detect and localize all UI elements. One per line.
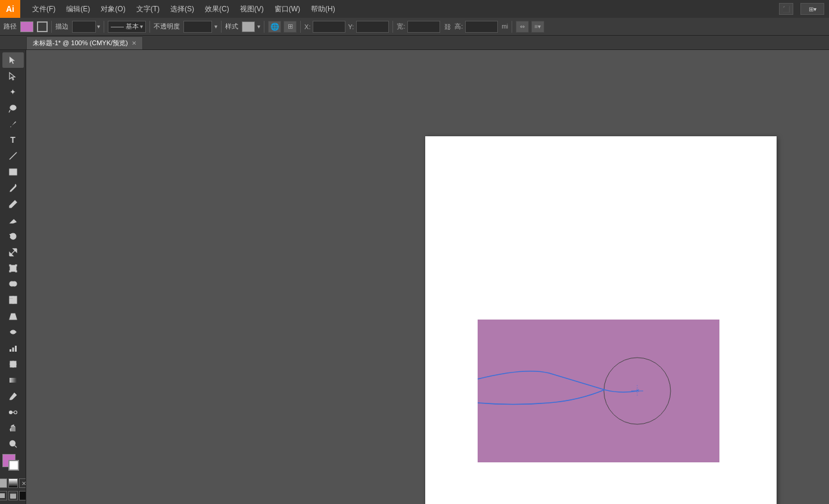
style-swatch[interactable] — [242, 21, 255, 32]
tool-eraser[interactable] — [2, 212, 24, 228]
title-bar: Ai 文件(F) 编辑(E) 对象(O) 文字(T) 选择(S) 效果(C) 视… — [0, 0, 829, 18]
menu-file[interactable]: 文件(F) — [27, 3, 60, 15]
left-toolbar: ✦ T — [0, 50, 26, 504]
path-label: 路径 — [4, 22, 17, 31]
menu-type[interactable]: 文字(T) — [132, 3, 164, 15]
stroke-label: 描边 — [55, 22, 68, 31]
globe-icon[interactable]: 🌐 — [268, 21, 281, 33]
stroke-swatch[interactable] — [37, 21, 48, 32]
tool-free-transform[interactable] — [2, 261, 24, 276]
h-input[interactable]: 87.136 — [465, 21, 498, 33]
doc-tab-close[interactable]: ✕ — [132, 40, 136, 46]
stroke-down-icon[interactable]: ▾ — [97, 23, 100, 30]
svg-rect-9 — [15, 265, 17, 266]
tool-pencil[interactable] — [2, 196, 24, 212]
tool-pen[interactable] — [2, 117, 24, 132]
svg-line-29 — [14, 446, 17, 448]
divider-7 — [392, 21, 393, 33]
tool-gradient[interactable] — [2, 372, 24, 388]
w-label: 宽: — [397, 22, 405, 31]
tool-zoom[interactable] — [2, 436, 24, 452]
tool-gradient-mesh[interactable] — [2, 356, 24, 372]
stroke-line-selector[interactable]: —— 基本 ▾ — [108, 21, 146, 33]
tool-hand[interactable] — [2, 420, 24, 436]
tool-magic-wand[interactable]: ✦ — [2, 84, 24, 100]
doc-tab-active[interactable]: 未标题-1* @ 100% (CMYK/预览) ✕ — [26, 36, 143, 49]
stroke-line-down-icon: ▾ — [140, 23, 143, 30]
y-input[interactable]: 149.754 — [356, 21, 389, 33]
transform-options-icon[interactable]: ⇔ — [516, 21, 529, 33]
tool-lasso[interactable] — [2, 101, 24, 116]
link-icon[interactable]: ⛓ — [442, 23, 452, 30]
fill-swatch[interactable] — [20, 21, 33, 32]
stroke-width-input[interactable] — [72, 21, 96, 33]
style-down-icon[interactable]: ▾ — [257, 23, 260, 30]
menu-select[interactable]: 选择(S) — [166, 3, 199, 15]
svg-line-6 — [11, 250, 15, 255]
menu-view[interactable]: 视图(V) — [235, 3, 269, 15]
svg-rect-24 — [10, 378, 17, 383]
svg-rect-19 — [12, 348, 14, 352]
divider-4 — [221, 21, 222, 33]
svg-marker-17 — [10, 314, 17, 320]
purple-rectangle: × — [478, 320, 719, 462]
tool-graph[interactable] — [2, 340, 24, 356]
opacity-input[interactable]: 100% — [183, 21, 212, 33]
divider-2 — [104, 21, 104, 33]
svg-rect-15 — [13, 296, 17, 303]
svg-rect-11 — [15, 271, 17, 272]
no-fill-btn[interactable]: ✕ — [19, 478, 27, 488]
tool-selection[interactable] — [2, 52, 24, 68]
tool-perspective[interactable] — [2, 308, 24, 324]
gradient-mode-btn[interactable] — [8, 478, 18, 488]
tool-blend[interactable] — [2, 405, 24, 420]
menu-window[interactable]: 窗口(W) — [270, 3, 305, 15]
more-options-icon[interactable]: ≡▾ — [531, 21, 544, 33]
color-mode-buttons: ✕ — [0, 478, 26, 488]
tool-paintbrush[interactable] — [2, 180, 24, 196]
tool-rectangle[interactable] — [2, 164, 24, 180]
workspace-icon[interactable]: ⬛ — [779, 3, 793, 15]
screen-mode-btn3[interactable] — [19, 491, 27, 500]
normal-mode-btn[interactable] — [0, 478, 7, 488]
tool-line[interactable] — [2, 148, 24, 164]
tool-type[interactable]: T — [2, 132, 24, 148]
tool-eyedropper[interactable] — [2, 389, 24, 404]
fill-stroke-colors[interactable] — [2, 454, 24, 475]
opacity-down-icon[interactable]: ▾ — [214, 23, 217, 30]
tool-warp[interactable] — [2, 324, 24, 340]
menu-effect[interactable]: 效果(C) — [200, 3, 234, 15]
ai-logo: Ai — [0, 0, 20, 18]
divider-1 — [51, 21, 52, 33]
svg-line-1 — [9, 110, 10, 112]
screen-mode-btn2[interactable] — [8, 491, 18, 500]
x-label: X: — [304, 23, 310, 30]
svg-rect-10 — [10, 271, 11, 272]
x-input[interactable]: 102.658 — [313, 21, 345, 33]
divider-5 — [264, 21, 264, 33]
svg-point-25 — [9, 411, 12, 414]
svg-rect-14 — [10, 299, 13, 303]
svg-rect-3 — [10, 169, 17, 175]
svg-rect-16 — [10, 296, 13, 298]
tool-shape-builder[interactable] — [2, 276, 24, 292]
menu-help[interactable]: 帮助(H) — [306, 3, 340, 15]
tool-direct-selection[interactable] — [2, 68, 24, 84]
stroke-line-label: —— 基本 — [111, 22, 139, 31]
options-toolbar: 路径 描边 ▾ —— 基本 ▾ 不透明度 100% ▾ 样式 ▾ 🌐 ⊞ X: … — [0, 18, 829, 36]
arrange-icon[interactable]: ⊞▾ — [800, 3, 824, 15]
menu-object[interactable]: 对象(O) — [96, 3, 130, 15]
tool-live-paint[interactable] — [2, 292, 24, 308]
units-label: mi — [501, 23, 508, 30]
tool-rotate[interactable] — [2, 228, 24, 244]
svg-text:×: × — [636, 387, 640, 394]
menu-edit[interactable]: 编辑(E) — [61, 3, 95, 15]
divider-8 — [512, 21, 512, 33]
canvas-area[interactable]: × — [26, 50, 829, 504]
w-input[interactable]: 143.933 — [407, 21, 440, 33]
tool-scale[interactable] — [2, 245, 24, 260]
align-icon[interactable]: ⊞ — [283, 21, 297, 33]
path-svg: × — [478, 320, 719, 462]
svg-line-2 — [10, 152, 17, 159]
screen-mode-btn1[interactable] — [0, 491, 7, 500]
